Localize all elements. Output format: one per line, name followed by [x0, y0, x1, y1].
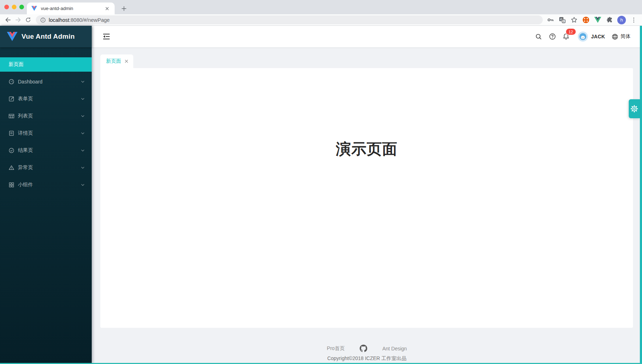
- vue-devtools-icon[interactable]: [594, 16, 602, 24]
- chevron-down-icon: [80, 79, 85, 84]
- chevron-down-icon: [80, 165, 85, 170]
- footer: Pro首页 Ant Design Copyright©2018 ICZER 工作…: [92, 345, 642, 362]
- page-title: 演示页面: [100, 68, 633, 159]
- gear-icon: [630, 105, 638, 113]
- right-accent-strip: [640, 26, 642, 364]
- language-switcher[interactable]: 简体: [612, 33, 631, 40]
- toolbar-extensions: h: [546, 16, 642, 24]
- appstore-icon: [9, 182, 14, 188]
- username: JACK: [591, 34, 605, 39]
- site-info-icon[interactable]: [40, 17, 46, 23]
- page-tab-label: 新页面: [106, 58, 121, 64]
- sidebar: Vue Antd Admin 新页面 Dashboard表单页列表页详情页结果页…: [0, 26, 92, 364]
- sidebar-item-0[interactable]: Dashboard: [0, 75, 92, 89]
- settings-drawer-handle[interactable]: [629, 99, 640, 118]
- sidebar-item-newpage[interactable]: 新页面: [0, 57, 92, 72]
- sidebar-item-5[interactable]: 异常页: [0, 161, 92, 175]
- browser-tab-title: vue-antd-admin: [41, 6, 104, 11]
- content-card: 演示页面: [100, 68, 633, 328]
- chevron-down-icon: [80, 148, 85, 153]
- back-button[interactable]: [3, 15, 13, 25]
- sidebar-item-2[interactable]: 列表页: [0, 109, 92, 123]
- sidebar-item-label: 小组件: [18, 182, 80, 188]
- chevron-down-icon: [80, 114, 85, 119]
- reload-button[interactable]: [23, 15, 33, 25]
- window-controls: [4, 5, 24, 9]
- page-tab-active[interactable]: 新页面: [100, 54, 133, 68]
- chevron-down-icon: [80, 182, 85, 187]
- user-avatar: [578, 32, 588, 42]
- page-tab-close-icon[interactable]: [124, 59, 129, 64]
- language-label: 简体: [621, 33, 631, 40]
- form-icon: [9, 96, 14, 102]
- app-logo[interactable]: Vue Antd Admin: [0, 26, 92, 47]
- app-header: 12 JACK 简体: [92, 26, 642, 47]
- translate-icon[interactable]: [558, 16, 566, 24]
- sidebar-item-6[interactable]: 小组件: [0, 178, 92, 192]
- sidebar-menu: 新页面 Dashboard表单页列表页详情页结果页异常页小组件: [0, 47, 92, 192]
- browser-profile-avatar[interactable]: h: [617, 16, 626, 24]
- bookmark-star-icon[interactable]: [570, 16, 578, 24]
- footer-link-pro[interactable]: Pro首页: [327, 345, 345, 352]
- profile-icon: [9, 130, 14, 136]
- table-icon: [9, 113, 14, 119]
- sidebar-item-label: 列表页: [18, 113, 80, 119]
- tab-close-icon[interactable]: [104, 5, 110, 12]
- address-bar[interactable]: localhost:8080/#/newPage: [36, 15, 543, 24]
- browser-toolbar: localhost:8080/#/newPage h: [0, 14, 642, 26]
- help-icon[interactable]: [546, 30, 559, 43]
- passwords-key-icon[interactable]: [546, 16, 555, 24]
- github-icon[interactable]: [360, 345, 367, 352]
- app-title: Vue Antd Admin: [21, 33, 75, 40]
- globe-icon: [612, 33, 618, 40]
- zoom-window-button[interactable]: [19, 5, 24, 9]
- sidebar-item-label: Dashboard: [18, 79, 80, 85]
- sidebar-item-3[interactable]: 详情页: [0, 126, 92, 140]
- url-text: localhost:8080/#/newPage: [49, 17, 110, 23]
- menu-fold-icon[interactable]: [102, 32, 111, 41]
- sidebar-item-label: 结果页: [18, 147, 80, 154]
- user-menu[interactable]: JACK: [578, 32, 605, 42]
- sidebar-item-label: 新页面: [9, 61, 85, 68]
- new-tab-button[interactable]: [119, 4, 129, 14]
- browser-menu-icon[interactable]: [629, 16, 638, 24]
- vue-logo-icon: [6, 31, 18, 42]
- sidebar-item-1[interactable]: 表单页: [0, 92, 92, 106]
- forward-button[interactable]: [13, 15, 23, 25]
- browser-tabstrip: vue-antd-admin: [0, 0, 642, 14]
- chevron-down-icon: [80, 131, 85, 136]
- minimize-window-button[interactable]: [12, 5, 16, 9]
- extensions-puzzle-icon[interactable]: [605, 16, 614, 24]
- sidebar-item-label: 详情页: [18, 130, 80, 136]
- sidebar-item-4[interactable]: 结果页: [0, 143, 92, 158]
- sidebar-item-label: 表单页: [18, 96, 80, 102]
- sidebar-item-label: 异常页: [18, 164, 80, 171]
- browser-tab[interactable]: vue-antd-admin: [27, 3, 115, 14]
- check-circle-icon: [9, 148, 14, 153]
- close-window-button[interactable]: [4, 5, 9, 9]
- footer-copyright: Copyright©2018 ICZER 工作室出品: [92, 355, 642, 362]
- extension-orange-icon[interactable]: [582, 16, 590, 24]
- footer-link-antdesign[interactable]: Ant Design: [382, 346, 407, 351]
- notification-bell-icon[interactable]: 12: [559, 30, 573, 43]
- chevron-down-icon: [80, 96, 85, 101]
- dashboard-icon: [9, 79, 14, 85]
- screen: vue-antd-admin localhost:8080/#/newPage: [0, 0, 642, 364]
- main-area: 12 JACK 简体 新页面: [92, 26, 642, 364]
- warning-icon: [9, 165, 14, 171]
- vue-favicon-icon: [31, 5, 37, 11]
- search-icon[interactable]: [532, 30, 546, 43]
- content-area: 新页面 演示页面 Pro首页 Ant Design Copyright©2018…: [92, 47, 642, 364]
- notification-badge: 12: [566, 29, 576, 35]
